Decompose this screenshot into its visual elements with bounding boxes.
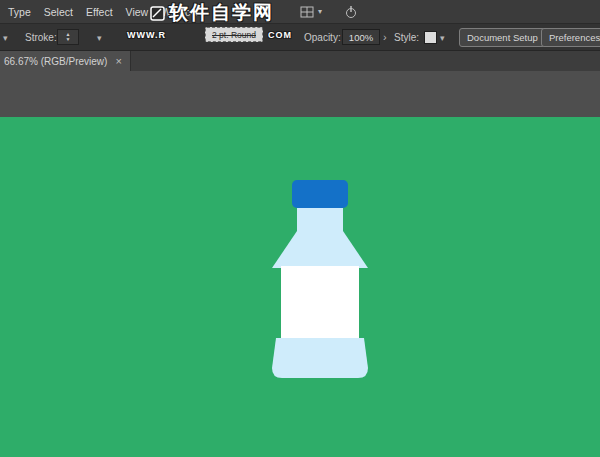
opacity-label: Opacity:	[304, 32, 341, 43]
bottle-cap[interactable]	[292, 180, 348, 208]
menu-bar: Type Select Effect View Window ▾	[0, 0, 600, 24]
gpu-performance-icon[interactable]	[344, 5, 358, 19]
bottle-neck[interactable]	[297, 206, 343, 233]
document-setup-button[interactable]: Document Setup	[459, 28, 546, 47]
menu-view[interactable]: View	[126, 6, 149, 18]
bottle-base[interactable]	[272, 338, 368, 378]
menu-window[interactable]: Window	[161, 6, 198, 18]
illustrator-window: Type Select Effect View Window ▾ ▾ Strok…	[0, 0, 600, 457]
menu-type[interactable]: Type	[8, 6, 31, 18]
stepper-down-icon[interactable]: ▼	[66, 37, 71, 42]
chevron-down-icon[interactable]: ▾	[318, 7, 322, 16]
preferences-button[interactable]: Preferences	[541, 28, 600, 47]
artboard-canvas[interactable]	[0, 117, 600, 457]
pasteboard	[0, 71, 600, 117]
document-tab[interactable]: 66.67% (RGB/Preview) ×	[0, 51, 131, 71]
opacity-expand-icon[interactable]: ›	[383, 31, 387, 43]
panel-chevron-icon[interactable]: ▾	[3, 33, 8, 43]
menu-effect[interactable]: Effect	[86, 6, 113, 18]
style-label: Style:	[394, 32, 419, 43]
style-dropdown-icon[interactable]: ▾	[440, 33, 445, 43]
document-tab-title: 66.67% (RGB/Preview)	[4, 56, 107, 67]
bottle-body[interactable]	[281, 266, 359, 339]
menu-select[interactable]: Select	[44, 6, 73, 18]
control-bar: ▾ Stroke: ▲ ▼ ▾ Opacity: 100% › Style: ▾…	[0, 24, 600, 51]
stroke-label: Stroke:	[25, 32, 57, 43]
stroke-weight-stepper[interactable]: ▲ ▼	[57, 29, 79, 45]
document-tab-bar: 66.67% (RGB/Preview) ×	[0, 51, 600, 71]
stroke-weight-dropdown-icon[interactable]: ▾	[97, 33, 102, 43]
artwork[interactable]	[0, 117, 600, 457]
arrange-documents-icon[interactable]	[300, 5, 314, 19]
tab-close-icon[interactable]: ×	[115, 56, 121, 66]
style-swatch[interactable]	[424, 31, 437, 44]
opacity-value-field[interactable]: 100%	[342, 29, 380, 45]
